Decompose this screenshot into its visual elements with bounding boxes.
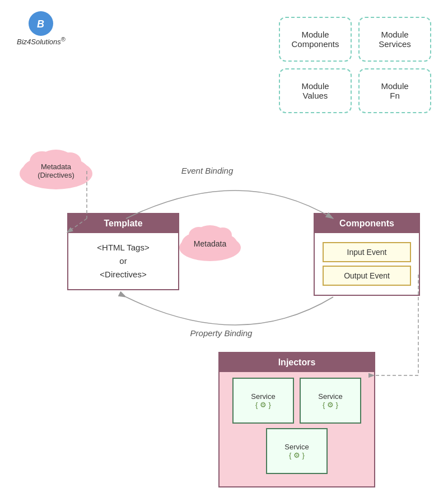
components-body: Input Event Output Event bbox=[315, 233, 419, 295]
injectors-row-1: Service { ⚙ } Service { ⚙ } bbox=[232, 378, 361, 424]
module-values: ModuleValues bbox=[279, 68, 352, 113]
module-grid: ModuleComponents ModuleServices ModuleVa… bbox=[279, 17, 431, 113]
service-label-1: Service bbox=[251, 392, 275, 401]
service-gear-1: { ⚙ } bbox=[255, 401, 271, 409]
service-label-2: Service bbox=[318, 392, 342, 401]
service-label-3: Service bbox=[284, 443, 309, 451]
service-box-1: Service { ⚙ } bbox=[232, 378, 294, 424]
logo: B Biz4Solutions® bbox=[17, 11, 66, 46]
metadata-center-cloud: Metadata bbox=[174, 219, 246, 263]
service-box-2: Service { ⚙ } bbox=[300, 378, 361, 424]
input-event-box: Input Event bbox=[323, 242, 411, 262]
module-fn: ModuleFn bbox=[358, 68, 431, 113]
injectors-body: Service { ⚙ } Service { ⚙ } Service { ⚙ … bbox=[220, 372, 374, 479]
components-box: Components Input Event Output Event bbox=[314, 213, 420, 296]
logo-text: Biz4Solutions® bbox=[17, 36, 66, 46]
injectors-header: Injectors bbox=[220, 353, 374, 372]
module-services: ModuleServices bbox=[358, 17, 431, 62]
svg-text:Metadata: Metadata bbox=[194, 239, 227, 248]
injectors-box: Injectors Service { ⚙ } Service { ⚙ } Se… bbox=[218, 352, 375, 487]
module-components: ModuleComponents bbox=[279, 17, 352, 62]
event-binding-label: Event Binding bbox=[181, 166, 234, 175]
components-header: Components bbox=[315, 214, 419, 233]
service-gear-2: { ⚙ } bbox=[323, 401, 338, 409]
logo-icon: B bbox=[29, 11, 53, 36]
svg-text:B: B bbox=[37, 18, 44, 30]
output-event-box: Output Event bbox=[323, 266, 411, 286]
template-body: <HTML Tags> or <Directives> bbox=[68, 233, 178, 289]
property-binding-label: Property Binding bbox=[190, 328, 253, 338]
svg-text:(Directives): (Directives) bbox=[38, 171, 74, 179]
injectors-row-2: Service { ⚙ } bbox=[266, 428, 328, 474]
service-gear-3: { ⚙ } bbox=[289, 451, 305, 459]
metadata-directives-cloud: Metadata (Directives) bbox=[11, 140, 101, 191]
service-box-3: Service { ⚙ } bbox=[266, 428, 328, 474]
template-box: Template <HTML Tags> or <Directives> bbox=[67, 213, 179, 290]
svg-text:Metadata: Metadata bbox=[41, 162, 72, 171]
template-header: Template bbox=[68, 214, 178, 233]
